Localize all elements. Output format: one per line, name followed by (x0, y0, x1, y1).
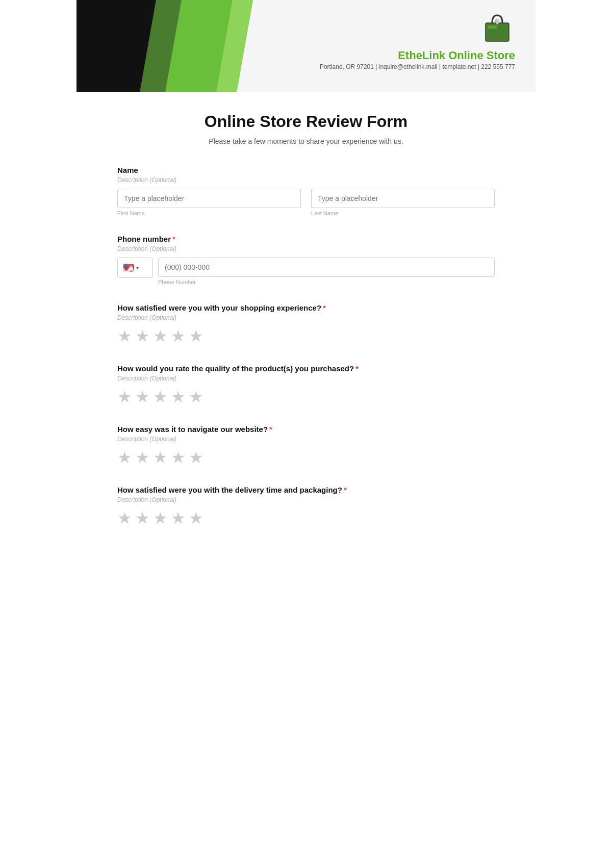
product-quality-stars: ★ ★ ★ ★ ★ (117, 387, 495, 406)
phone-input[interactable] (158, 258, 495, 277)
last-name-col: Last Name (311, 189, 495, 216)
form-container: Online Store Review Form Please take a f… (76, 112, 536, 577)
product-quality-field-group: How would you rate the quality of the pr… (117, 364, 495, 406)
pq-star-4[interactable]: ★ (171, 387, 186, 406)
navigation-description: Description (Optional) (117, 436, 495, 443)
pq-star-2[interactable]: ★ (135, 387, 150, 406)
del-star-4[interactable]: ★ (171, 508, 186, 528)
star-2[interactable]: ★ (135, 326, 150, 346)
product-quality-description: Description (Optional) (117, 375, 495, 382)
delivery-stars: ★ ★ ★ ★ ★ (117, 508, 495, 528)
last-name-sublabel: Last Name (311, 210, 495, 216)
del-star-5[interactable]: ★ (189, 508, 203, 528)
chevron-down-icon: ▾ (136, 265, 139, 271)
nav-star-1[interactable]: ★ (117, 448, 132, 467)
delivery-field-group: How satisfied were you with the delivery… (117, 486, 495, 528)
phone-sublabel: Phone Number (158, 279, 495, 285)
last-name-input[interactable] (311, 189, 495, 208)
del-star-2[interactable]: ★ (135, 508, 150, 528)
nav-star-5[interactable]: ★ (189, 448, 203, 467)
satisfaction-required-marker: * (323, 303, 326, 312)
phone-description: Description (Optional) (117, 245, 495, 252)
svg-rect-4 (496, 21, 498, 24)
svg-rect-2 (488, 25, 497, 29)
del-star-3[interactable]: ★ (153, 508, 168, 528)
navigation-stars: ★ ★ ★ ★ ★ (117, 448, 495, 467)
del-star-1[interactable]: ★ (117, 508, 132, 528)
nav-star-4[interactable]: ★ (171, 448, 186, 467)
satisfaction-label: How satisfied were you with your shoppin… (117, 303, 495, 312)
first-name-col: First Name (117, 189, 301, 216)
form-title: Online Store Review Form (117, 112, 495, 131)
contact-info: Portland, OR 97201 | inquire@ethelink.ma… (320, 63, 515, 70)
nav-star-3[interactable]: ★ (153, 448, 168, 467)
first-name-sublabel: First Name (117, 210, 301, 216)
phone-row: 🇺🇸 ▾ Phone Number (117, 258, 495, 285)
star-1[interactable]: ★ (117, 326, 132, 346)
star-4[interactable]: ★ (171, 326, 186, 346)
page-header: EtheLink Online Store Portland, OR 97201… (76, 0, 536, 92)
name-row: First Name Last Name (117, 189, 495, 216)
pq-star-1[interactable]: ★ (117, 387, 132, 406)
name-description: Description (Optional) (117, 176, 495, 184)
satisfaction-field-group: How satisfied were you with your shoppin… (117, 303, 495, 346)
star-3[interactable]: ★ (153, 326, 168, 346)
phone-required-marker: * (172, 235, 175, 243)
navigation-field-group: How easy was it to navigate our website?… (117, 425, 495, 467)
phone-label: Phone number* (117, 235, 495, 243)
delivery-required-marker: * (344, 486, 347, 494)
name-label: Name (117, 166, 495, 174)
delivery-label: How satisfied were you with the delivery… (117, 486, 495, 494)
name-field-group: Name Description (Optional) First Name L… (117, 166, 495, 216)
country-code-select[interactable]: 🇺🇸 ▾ (117, 258, 153, 278)
nav-star-2[interactable]: ★ (135, 448, 150, 467)
navigation-required-marker: * (269, 425, 272, 433)
product-quality-label: How would you rate the quality of the pr… (117, 364, 495, 373)
form-subtitle: Please take a few moments to share your … (117, 137, 495, 145)
delivery-description: Description (Optional) (117, 496, 495, 503)
brand-logo (479, 10, 515, 46)
first-name-input[interactable] (117, 189, 301, 208)
product-quality-required-marker: * (355, 364, 359, 373)
phone-field-group: Phone number* Description (Optional) 🇺🇸 … (117, 235, 495, 285)
pq-star-5[interactable]: ★ (189, 387, 203, 406)
navigation-label: How easy was it to navigate our website?… (117, 425, 495, 433)
brand-name: EtheLink Online Store (320, 49, 515, 62)
star-5[interactable]: ★ (189, 326, 203, 346)
pq-star-3[interactable]: ★ (153, 387, 168, 406)
phone-number-wrapper: Phone Number (158, 258, 495, 285)
flag-icon: 🇺🇸 (123, 262, 134, 273)
satisfaction-stars: ★ ★ ★ ★ ★ (117, 326, 495, 346)
header-brand-area: EtheLink Online Store Portland, OR 97201… (320, 10, 515, 70)
satisfaction-description: Description (Optional) (117, 314, 495, 321)
